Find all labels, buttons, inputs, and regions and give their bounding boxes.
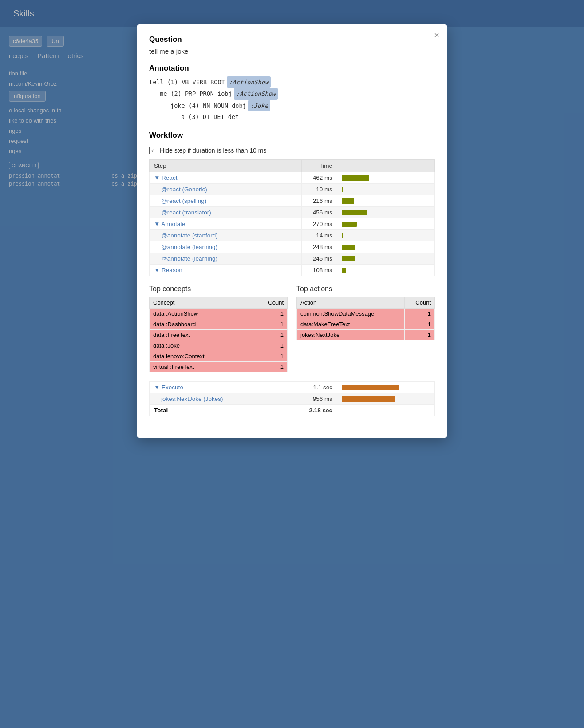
workflow-step-link-2[interactable]: @react (spelling) — [154, 198, 206, 204]
checkbox-label: Hide step if duration is less than 10 ms — [160, 147, 266, 154]
bar-container-1 — [342, 186, 430, 193]
workflow-time-7: 245 ms — [302, 253, 337, 265]
workflow-step-name-3: @react (translator) — [150, 207, 302, 218]
workflow-step-link-1[interactable]: @react (Generic) — [154, 186, 207, 193]
bar-container-3 — [342, 210, 430, 216]
workflow-step-link-5[interactable]: @annotate (stanford) — [154, 232, 218, 239]
annotation-block: tell (1) VB VERB ROOT :ActionShow me (2)… — [149, 76, 435, 122]
workflow-section-title: Workflow — [149, 131, 435, 140]
execute-bar-0 — [337, 382, 435, 393]
annotation-section-title: Annotation — [149, 64, 435, 73]
workflow-step-link-6[interactable]: @annotate (learning) — [154, 244, 217, 250]
workflow-row-8: ▼ Reason108 ms — [150, 265, 435, 276]
workflow-table: Step Time ▼ React462 ms@react (Generic)1… — [149, 159, 435, 276]
workflow-row-0: ▼ React462 ms — [150, 172, 435, 184]
bar-8 — [342, 268, 346, 273]
execute-row-1: jokes:NextJoke (Jokes)956 ms — [150, 393, 435, 405]
concepts-section-title: Top concepts — [149, 285, 288, 293]
bar-0 — [342, 175, 369, 181]
workflow-row-7: @annotate (learning)245 ms — [150, 253, 435, 265]
workflow-header-step: Step — [150, 160, 302, 172]
workflow-step-link-3[interactable]: @react (translator) — [154, 209, 211, 216]
workflow-step-link-8[interactable]: ▼ Reason — [154, 267, 182, 273]
workflow-step-name-4: ▼ Annotate — [150, 218, 302, 230]
workflow-row-3: @react (translator)456 ms — [150, 207, 435, 218]
workflow-step-link-4[interactable]: ▼ Annotate — [154, 221, 185, 227]
concepts-header-concept: Concept — [150, 297, 249, 309]
execute-row-0: ▼ Execute1.1 sec — [150, 382, 435, 393]
workflow-bar-8 — [337, 265, 435, 276]
total-bar-cell — [337, 405, 435, 416]
execute-step-name-0: ▼ Execute — [150, 382, 282, 393]
workflow-row-5: @annotate (stanford)14 ms — [150, 230, 435, 241]
concept-name-2: data :FreeText — [150, 330, 249, 340]
annotation-line-2: joke (4) NN NOUN dobj :Joke — [149, 100, 435, 111]
action-name-1: data:MakeFreeText — [297, 319, 405, 330]
workflow-bar-7 — [337, 253, 435, 265]
action-row-0: common:ShowDataMessage1 — [297, 309, 435, 319]
workflow-time-3: 456 ms — [302, 207, 337, 218]
action-count-2: 1 — [404, 330, 434, 340]
workflow-step-link-0[interactable]: ▼ React — [154, 174, 177, 181]
workflow-time-5: 14 ms — [302, 230, 337, 241]
bar-1 — [342, 187, 343, 192]
modal-close-button[interactable]: × — [434, 31, 439, 40]
annotation-line-0: tell (1) VB VERB ROOT :ActionShow — [149, 76, 435, 88]
execute-step-name-1: jokes:NextJoke (Jokes) — [150, 393, 282, 405]
actions-section-title: Top actions — [296, 285, 435, 293]
workflow-step-link-7[interactable]: @annotate (learning) — [154, 255, 217, 262]
workflow-step-name-1: @react (Generic) — [150, 184, 302, 195]
execute-bar-fill-1 — [342, 396, 395, 402]
hide-step-checkbox[interactable]: ✓ — [149, 147, 156, 154]
checkbox-row: ✓ Hide step if duration is less than 10 … — [149, 147, 435, 154]
bar-container-5 — [342, 233, 430, 239]
bar-7 — [342, 256, 355, 261]
execute-time-0: 1.1 sec — [282, 382, 337, 393]
concept-row-0: data :ActionShow1 — [150, 309, 288, 319]
execute-table: ▼ Execute1.1 secjokes:NextJoke (Jokes)95… — [149, 381, 435, 416]
question-text: tell me a joke — [149, 47, 435, 55]
annotation-text-3: a (3) DT DET det — [181, 111, 239, 122]
execute-bar-container-1 — [342, 396, 430, 402]
concept-name-4: data lenovo:Context — [150, 351, 249, 362]
annotation-tag-1: :ActionShow — [234, 88, 278, 99]
bar-2 — [342, 198, 354, 204]
annotation-text-2: joke (4) NN NOUN dobj — [170, 100, 246, 111]
total-value: 2.18 sec — [282, 405, 337, 416]
annotation-text-0: tell (1) VB VERB ROOT — [149, 77, 225, 87]
bar-container-4 — [342, 221, 430, 227]
workflow-row-2: @react (spelling)216 ms — [150, 195, 435, 207]
execute-step-link-0[interactable]: ▼ Execute — [154, 384, 183, 391]
concept-name-0: data :ActionShow — [150, 309, 249, 319]
workflow-time-2: 216 ms — [302, 195, 337, 207]
action-row-2: jokes:NextJoke1 — [297, 330, 435, 340]
workflow-bar-3 — [337, 207, 435, 218]
concept-row-1: data :Dashboard1 — [150, 319, 288, 330]
concept-row-2: data :FreeText1 — [150, 330, 288, 340]
annotation-line-3: a (3) DT DET det — [149, 111, 435, 122]
workflow-bar-4 — [337, 218, 435, 230]
workflow-step-name-6: @annotate (learning) — [150, 241, 302, 253]
execute-step-link-1[interactable]: jokes:NextJoke (Jokes) — [154, 396, 223, 402]
workflow-step-name-8: ▼ Reason — [150, 265, 302, 276]
execute-time-1: 956 ms — [282, 393, 337, 405]
annotation-tag-0: :ActionShow — [227, 76, 271, 88]
workflow-bar-1 — [337, 184, 435, 195]
actions-header-action: Action — [297, 297, 405, 309]
concept-row-5: virtual :FreeText1 — [150, 362, 288, 372]
action-name-0: common:ShowDataMessage — [297, 309, 405, 319]
bar-3 — [342, 210, 367, 215]
action-row-1: data:MakeFreeText1 — [297, 319, 435, 330]
execute-bar-fill-0 — [342, 385, 399, 390]
workflow-time-1: 10 ms — [302, 184, 337, 195]
action-name-2: jokes:NextJoke — [297, 330, 405, 340]
workflow-time-6: 248 ms — [302, 241, 337, 253]
workflow-row-4: ▼ Annotate270 ms — [150, 218, 435, 230]
concepts-header-count: Count — [249, 297, 287, 309]
bar-container-8 — [342, 267, 430, 273]
modal-dialog: × Question tell me a joke Annotation tel… — [137, 24, 447, 438]
action-count-1: 1 — [404, 319, 434, 330]
bar-container-7 — [342, 256, 430, 262]
workflow-time-0: 462 ms — [302, 172, 337, 184]
annotation-tag-2: :Joke — [248, 100, 271, 111]
